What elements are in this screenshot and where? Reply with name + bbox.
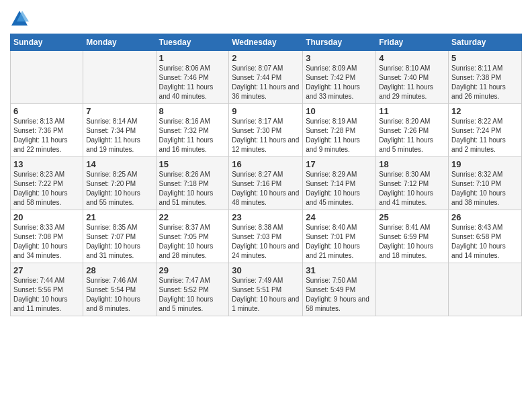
day-number: 27 (13, 265, 80, 275)
day-info: Sunrise: 7:47 AM Sunset: 5:52 PM Dayligh… (159, 276, 226, 314)
calendar-cell: 7Sunrise: 8:14 AM Sunset: 7:34 PM Daylig… (83, 104, 156, 157)
day-number: 22 (159, 212, 226, 222)
calendar-cell: 9Sunrise: 8:17 AM Sunset: 7:30 PM Daylig… (229, 104, 303, 157)
day-number: 16 (232, 159, 300, 169)
day-number: 15 (159, 159, 226, 169)
day-info: Sunrise: 8:33 AM Sunset: 7:08 PM Dayligh… (13, 223, 80, 261)
day-number: 6 (13, 106, 80, 116)
calendar-header-tuesday: Tuesday (156, 34, 229, 51)
day-number: 18 (379, 159, 445, 169)
day-info: Sunrise: 8:25 AM Sunset: 7:20 PM Dayligh… (86, 170, 152, 208)
calendar-header-thursday: Thursday (303, 34, 376, 51)
day-info: Sunrise: 8:14 AM Sunset: 7:34 PM Dayligh… (86, 117, 152, 154)
day-info: Sunrise: 8:26 AM Sunset: 7:18 PM Dayligh… (159, 170, 226, 208)
calendar-cell: 2Sunrise: 8:07 AM Sunset: 7:44 PM Daylig… (229, 51, 303, 104)
calendar-cell: 16Sunrise: 8:27 AM Sunset: 7:16 PM Dayli… (229, 157, 303, 210)
day-info: Sunrise: 8:29 AM Sunset: 7:14 PM Dayligh… (306, 170, 373, 208)
calendar-cell: 24Sunrise: 8:40 AM Sunset: 7:01 PM Dayli… (303, 210, 376, 263)
logo-icon (10, 9, 29, 28)
day-info: Sunrise: 8:30 AM Sunset: 7:12 PM Dayligh… (379, 170, 445, 208)
calendar-cell: 4Sunrise: 8:10 AM Sunset: 7:40 PM Daylig… (376, 51, 449, 104)
calendar-cell: 29Sunrise: 7:47 AM Sunset: 5:52 PM Dayli… (156, 263, 229, 316)
calendar-week-row: 27Sunrise: 7:44 AM Sunset: 5:56 PM Dayli… (11, 263, 522, 316)
calendar-cell: 5Sunrise: 8:11 AM Sunset: 7:38 PM Daylig… (449, 51, 522, 104)
day-number: 30 (232, 265, 300, 275)
day-number: 29 (159, 265, 226, 275)
day-number: 8 (159, 106, 226, 116)
day-info: Sunrise: 8:22 AM Sunset: 7:24 PM Dayligh… (451, 117, 519, 154)
calendar-cell: 18Sunrise: 8:30 AM Sunset: 7:12 PM Dayli… (376, 157, 449, 210)
calendar-header-row: SundayMondayTuesdayWednesdayThursdayFrid… (11, 34, 522, 51)
calendar-cell: 31Sunrise: 7:50 AM Sunset: 5:49 PM Dayli… (303, 263, 376, 316)
day-number: 11 (379, 106, 445, 116)
calendar-cell: 30Sunrise: 7:49 AM Sunset: 5:51 PM Dayli… (229, 263, 303, 316)
day-info: Sunrise: 8:13 AM Sunset: 7:36 PM Dayligh… (13, 117, 80, 154)
calendar-cell: 10Sunrise: 8:19 AM Sunset: 7:28 PM Dayli… (303, 104, 376, 157)
day-number: 20 (13, 212, 80, 222)
day-number: 10 (306, 106, 373, 116)
day-number: 23 (232, 212, 300, 222)
day-info: Sunrise: 8:09 AM Sunset: 7:42 PM Dayligh… (306, 64, 373, 101)
day-info: Sunrise: 8:38 AM Sunset: 7:03 PM Dayligh… (232, 223, 300, 261)
calendar-cell: 3Sunrise: 8:09 AM Sunset: 7:42 PM Daylig… (303, 51, 376, 104)
calendar-week-row: 20Sunrise: 8:33 AM Sunset: 7:08 PM Dayli… (11, 210, 522, 263)
day-info: Sunrise: 8:11 AM Sunset: 7:38 PM Dayligh… (451, 64, 519, 101)
calendar-cell: 12Sunrise: 8:22 AM Sunset: 7:24 PM Dayli… (449, 104, 522, 157)
calendar-header-saturday: Saturday (449, 34, 522, 51)
calendar-cell: 17Sunrise: 8:29 AM Sunset: 7:14 PM Dayli… (303, 157, 376, 210)
calendar-cell (449, 263, 522, 316)
day-number: 13 (13, 159, 80, 169)
calendar-cell: 19Sunrise: 8:32 AM Sunset: 7:10 PM Dayli… (449, 157, 522, 210)
day-info: Sunrise: 8:19 AM Sunset: 7:28 PM Dayligh… (306, 117, 373, 154)
day-info: Sunrise: 8:07 AM Sunset: 7:44 PM Dayligh… (232, 64, 300, 101)
calendar-cell: 21Sunrise: 8:35 AM Sunset: 7:07 PM Dayli… (83, 210, 156, 263)
calendar-cell: 28Sunrise: 7:46 AM Sunset: 5:54 PM Dayli… (83, 263, 156, 316)
day-info: Sunrise: 8:10 AM Sunset: 7:40 PM Dayligh… (379, 64, 445, 101)
day-info: Sunrise: 8:43 AM Sunset: 6:58 PM Dayligh… (451, 223, 519, 261)
calendar-cell: 6Sunrise: 8:13 AM Sunset: 7:36 PM Daylig… (11, 104, 83, 157)
calendar-week-row: 13Sunrise: 8:23 AM Sunset: 7:22 PM Dayli… (11, 157, 522, 210)
day-info: Sunrise: 8:37 AM Sunset: 7:05 PM Dayligh… (159, 223, 226, 261)
day-number: 25 (379, 212, 445, 222)
calendar-header-friday: Friday (376, 34, 449, 51)
calendar-header-sunday: Sunday (11, 34, 83, 51)
day-info: Sunrise: 7:49 AM Sunset: 5:51 PM Dayligh… (232, 276, 300, 314)
day-info: Sunrise: 8:41 AM Sunset: 6:59 PM Dayligh… (379, 223, 445, 261)
day-number: 5 (451, 53, 519, 63)
day-number: 21 (86, 212, 152, 222)
day-number: 9 (232, 106, 300, 116)
day-number: 4 (379, 53, 445, 63)
day-info: Sunrise: 8:17 AM Sunset: 7:30 PM Dayligh… (232, 117, 300, 154)
day-number: 26 (451, 212, 519, 222)
day-number: 1 (159, 53, 226, 63)
day-number: 14 (86, 159, 152, 169)
day-info: Sunrise: 7:44 AM Sunset: 5:56 PM Dayligh… (13, 276, 80, 314)
day-info: Sunrise: 7:50 AM Sunset: 5:49 PM Dayligh… (306, 276, 373, 314)
day-info: Sunrise: 7:46 AM Sunset: 5:54 PM Dayligh… (86, 276, 152, 314)
calendar-header-wednesday: Wednesday (229, 34, 303, 51)
day-number: 31 (306, 265, 373, 275)
day-info: Sunrise: 8:40 AM Sunset: 7:01 PM Dayligh… (306, 223, 373, 261)
calendar-cell: 14Sunrise: 8:25 AM Sunset: 7:20 PM Dayli… (83, 157, 156, 210)
day-number: 3 (306, 53, 373, 63)
calendar-cell (11, 51, 83, 104)
day-info: Sunrise: 8:27 AM Sunset: 7:16 PM Dayligh… (232, 170, 300, 208)
day-number: 7 (86, 106, 152, 116)
calendar-header-monday: Monday (83, 34, 156, 51)
day-number: 24 (306, 212, 373, 222)
calendar-cell: 13Sunrise: 8:23 AM Sunset: 7:22 PM Dayli… (11, 157, 83, 210)
calendar-cell: 20Sunrise: 8:33 AM Sunset: 7:08 PM Dayli… (11, 210, 83, 263)
day-info: Sunrise: 8:23 AM Sunset: 7:22 PM Dayligh… (13, 170, 80, 208)
day-info: Sunrise: 8:16 AM Sunset: 7:32 PM Dayligh… (159, 117, 226, 154)
calendar-cell: 11Sunrise: 8:20 AM Sunset: 7:26 PM Dayli… (376, 104, 449, 157)
calendar-week-row: 1Sunrise: 8:06 AM Sunset: 7:46 PM Daylig… (11, 51, 522, 104)
day-number: 2 (232, 53, 300, 63)
day-number: 12 (451, 106, 519, 116)
calendar-cell: 26Sunrise: 8:43 AM Sunset: 6:58 PM Dayli… (449, 210, 522, 263)
calendar-cell: 22Sunrise: 8:37 AM Sunset: 7:05 PM Dayli… (156, 210, 229, 263)
day-info: Sunrise: 8:06 AM Sunset: 7:46 PM Dayligh… (159, 64, 226, 101)
calendar-cell: 23Sunrise: 8:38 AM Sunset: 7:03 PM Dayli… (229, 210, 303, 263)
day-info: Sunrise: 8:20 AM Sunset: 7:26 PM Dayligh… (379, 117, 445, 154)
calendar-table: SundayMondayTuesdayWednesdayThursdayFrid… (10, 34, 522, 316)
calendar-week-row: 6Sunrise: 8:13 AM Sunset: 7:36 PM Daylig… (11, 104, 522, 157)
